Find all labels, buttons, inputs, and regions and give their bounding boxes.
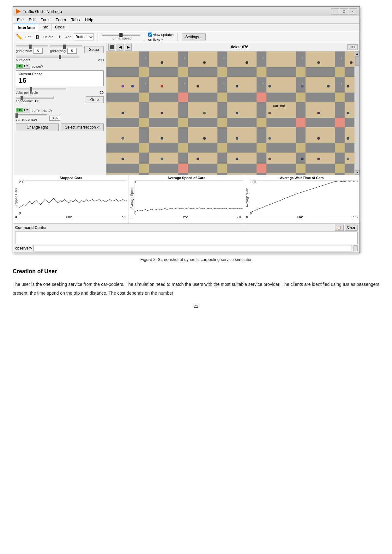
svg-point-49 [161, 85, 163, 87]
speed-slider-track[interactable] [102, 34, 140, 36]
svg-point-44 [245, 61, 248, 64]
svg-rect-39 [256, 164, 266, 173]
svg-point-89 [317, 158, 320, 160]
view-updates-checkbox[interactable] [148, 33, 152, 37]
num-cars-thumb[interactable] [59, 55, 61, 59]
add-tool-icon[interactable]: + [56, 33, 63, 40]
wait-x-labels: 0 Time 776 [245, 215, 358, 219]
delete-tool-icon[interactable]: 🗑 [34, 33, 41, 40]
stopped-max: 200 [19, 180, 24, 184]
select-intersection-button[interactable]: Select intersection ↺ [61, 123, 104, 131]
observer-input[interactable] [33, 245, 352, 251]
svg-rect-17 [335, 67, 345, 77]
ticks-thumb[interactable] [30, 87, 32, 92]
vertical-scrollbar[interactable]: ▲ ▼ [354, 51, 359, 175]
grid-x-slider[interactable] [16, 45, 48, 47]
document-page: Traffic Grid - NetLogo — □ × File Edit T… [0, 0, 392, 315]
power-switch[interactable]: On Off [16, 64, 30, 69]
view-updates-label[interactable]: view updates [148, 33, 173, 37]
restore-button[interactable]: □ [340, 8, 348, 15]
svg-rect-14 [217, 67, 227, 77]
svg-point-85 [196, 158, 199, 160]
power-on[interactable]: On [16, 64, 23, 68]
tab-bar: Interface Info Code [13, 24, 359, 31]
scroll-up-arrow[interactable]: ▲ [355, 51, 359, 56]
power-off[interactable]: Off [23, 64, 29, 68]
num-cars-container: num-cars 200 [16, 56, 104, 62]
svg-rect-31 [178, 143, 188, 153]
scroll-thumb[interactable] [355, 56, 359, 66]
speed-slider-thumb[interactable] [119, 33, 123, 37]
stopped-cars-title: Stopped Cars [15, 176, 127, 180]
tab-code[interactable]: Code [52, 24, 68, 31]
speed-x-label: Time [181, 215, 188, 219]
menu-help[interactable]: Help [82, 17, 96, 23]
svg-point-78 [203, 137, 206, 140]
num-cars-slider[interactable] [16, 56, 79, 57]
toolbar: ✏️ Edit 🗑 Delete + Add Button Slider Swi… [13, 31, 359, 43]
menu-tools[interactable]: Tools [38, 17, 53, 23]
close-button[interactable]: × [349, 8, 357, 15]
select-label: Select intersection [65, 125, 96, 129]
grid-svg: ▼ ▼ ▼ ▼ ▼ ▼ ▼ ▼ ▼ ▼ ▼ ▼ [106, 51, 354, 175]
setup-button[interactable]: Setup [84, 46, 104, 53]
stopped-cars-y-label: Stopped Cars [15, 180, 19, 215]
auto-switch[interactable]: On Off [16, 108, 30, 112]
action-buttons-row: Change light Select intersection ↺ [16, 123, 104, 131]
observer-scrollbar[interactable] [353, 245, 358, 251]
clear-button[interactable]: Clear [345, 225, 358, 231]
tab-info[interactable]: Info [38, 24, 52, 31]
settings-button[interactable]: Settings... [182, 33, 206, 40]
simulation-container: grid-size-x grid-size-y Setup [13, 43, 359, 175]
svg-text:▼: ▼ [301, 82, 304, 85]
menu-file[interactable]: File [15, 17, 26, 23]
svg-point-46 [350, 61, 353, 64]
grid-x-thumb[interactable] [29, 45, 32, 49]
widget-type-select[interactable]: Button Slider Switch Monitor Plot [74, 33, 94, 40]
ticks-per-cycle-slider[interactable] [16, 88, 66, 90]
grid-y-input[interactable] [67, 48, 77, 54]
svg-rect-28 [296, 118, 305, 127]
sim-view-controls: ⬛ ◀ ▶ [108, 44, 132, 51]
svg-rect-93 [250, 180, 358, 215]
edit-tool-icon[interactable]: ✏️ [16, 33, 23, 40]
svg-rect-16 [296, 67, 305, 77]
phase-pct-label: current-phase [16, 117, 37, 121]
grid-y-label-row: grid-size-y [50, 48, 82, 54]
speed-x-labels: 0 Time 776 [130, 215, 243, 219]
edit-label: Edit [25, 35, 31, 39]
menu-zoom[interactable]: Zoom [53, 17, 69, 23]
view-updates-group: view updates on ticks ✓ [148, 33, 173, 41]
grid-y-thumb[interactable] [63, 45, 66, 49]
menu-tabs[interactable]: Tabs [69, 17, 82, 23]
avg-speed-svg [135, 180, 243, 215]
tab-interface[interactable]: Interface [15, 24, 38, 31]
scroll-down-arrow[interactable]: ▼ [355, 170, 359, 175]
avg-wait-chart-area: 16.8 0 [250, 180, 358, 215]
power-row: On Off power? [16, 64, 104, 69]
auto-off[interactable]: Off [23, 108, 29, 112]
svg-point-72 [236, 112, 238, 114]
speed-x-max: 776 [237, 215, 242, 219]
command-icon-btn[interactable]: 📋 [335, 225, 344, 231]
grid-y-slider-container: grid-size-y [50, 45, 82, 54]
svg-rect-12 [139, 67, 149, 77]
speed-limit-thumb[interactable] [21, 96, 23, 100]
grid-y-label: grid-size-y [50, 49, 66, 53]
menu-edit[interactable]: Edit [26, 17, 38, 23]
view-3d-button[interactable]: 3D [347, 44, 358, 50]
change-light-button[interactable]: Change light [16, 123, 59, 131]
grid-x-input[interactable] [33, 48, 43, 54]
pan-right-icon[interactable]: ▶ [125, 44, 132, 51]
go-button[interactable]: Go ↺ [86, 96, 104, 103]
phase-pct-slider[interactable] [16, 114, 47, 116]
grid-y-slider[interactable] [50, 45, 82, 47]
zoom-fit-icon[interactable]: ⬛ [108, 44, 115, 51]
speed-limit-slider[interactable] [16, 97, 54, 99]
minimize-button[interactable]: — [331, 8, 339, 15]
svg-rect-27 [256, 118, 266, 127]
auto-on[interactable]: On [16, 108, 23, 112]
svg-point-77 [161, 137, 163, 140]
pan-left-icon[interactable]: ◀ [117, 44, 124, 51]
phase-pct-thumb[interactable] [15, 113, 18, 118]
